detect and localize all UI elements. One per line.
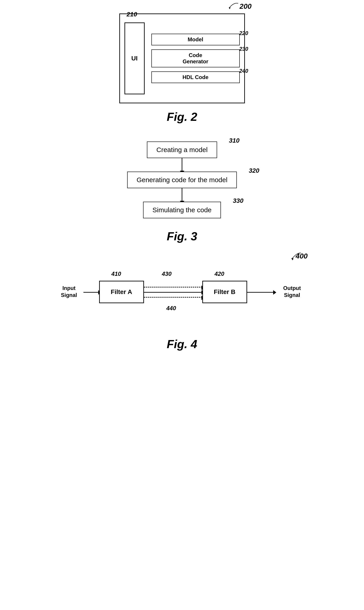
fig3-box330-wrapper: Simulating the code 330	[143, 202, 221, 218]
fig2-hdl-label: HDL Code	[182, 74, 208, 80]
fig4-arrow-output	[247, 292, 274, 293]
fig4-dashed-arrow-top	[144, 287, 202, 288]
fig3-box330-label: Simulating the code	[153, 206, 212, 214]
fig4-section: 400 InputSignal 410 Filter A 430	[0, 265, 364, 351]
fig4-ref-420: 420	[215, 270, 224, 277]
fig4-solid-arrow-mid	[144, 292, 202, 293]
fig3-box310-wrapper: Creating a model 310	[147, 141, 217, 158]
fig4-dashed-arrow-bottom	[144, 297, 202, 298]
svg-marker-1	[291, 258, 294, 260]
svg-marker-0	[229, 7, 231, 9]
fig3-caption: Fig. 3	[167, 230, 197, 243]
fig4-caption: Fig. 4	[167, 337, 197, 351]
fig4-input-signal-text: InputSignal	[61, 285, 77, 298]
page-container: 200 210 UI Model 220	[0, 0, 364, 610]
fig2-model-label: Model	[188, 36, 203, 42]
fig4-arrow-input	[83, 292, 99, 293]
fig3-box-320: Generating code for the model	[127, 172, 237, 188]
fig2-hdl-box: HDL Code 240	[151, 71, 240, 83]
fig4-filter-b-label: Filter B	[214, 288, 235, 296]
fig4-ref-410: 410	[111, 270, 121, 277]
fig4-output-label: OutputSignal	[283, 285, 301, 298]
fig3-section: Creating a model 310 Generating code for…	[0, 141, 364, 243]
fig2-caption: Fig. 2	[167, 110, 197, 124]
fig3-flowchart: Creating a model 310 Generating code for…	[127, 141, 237, 218]
fig2-ref-230: 230	[239, 46, 248, 52]
fig2-ref-240: 240	[239, 68, 248, 74]
fig4-output-signal-text: OutputSignal	[283, 285, 301, 298]
fig2-code-gen-label: Code Generator	[182, 52, 208, 64]
fig4-filter-a-label: Filter A	[111, 288, 132, 296]
fig4-ref-430: 430	[162, 270, 171, 277]
fig4-filter-a-box: Filter A	[99, 281, 144, 303]
fig2-outer-box: 210 UI Model 220 Code Generator 230	[119, 14, 245, 103]
fig4-input-label: InputSignal	[61, 285, 77, 298]
fig2-ui-label: UI	[131, 55, 138, 62]
fig2-right-col: Model 220 Code Generator 230 HDL Code 24…	[151, 34, 240, 83]
fig4-diagram: 400 InputSignal 410 Filter A 430	[59, 265, 305, 324]
fig3-box320-label: Generating code for the model	[137, 176, 227, 183]
fig4-arrow-400	[286, 251, 304, 267]
fig2-ref-220: 220	[239, 30, 248, 36]
fig2-code-gen-box: Code Generator 230	[151, 49, 240, 67]
fig2-section: 200 210 UI Model 220	[0, 14, 364, 124]
fig4-ref-440: 440	[166, 305, 176, 312]
fig2-model-box: Model 220	[151, 34, 240, 45]
fig2-arrow-200	[225, 1, 243, 14]
fig4-filter-b-box: Filter B	[202, 281, 247, 303]
fig3-ref-310: 310	[229, 137, 240, 144]
fig3-ref-330: 330	[233, 197, 244, 204]
fig2-ref-210: 210	[127, 11, 137, 18]
fig2-ui-box: UI	[124, 22, 145, 94]
fig3-box320-wrapper: Generating code for the model 320	[127, 172, 237, 188]
fig3-box-310: Creating a model	[147, 141, 217, 158]
fig3-box310-label: Creating a model	[156, 146, 208, 153]
fig3-ref-320: 320	[249, 167, 259, 174]
fig3-box-330: Simulating the code	[143, 202, 221, 218]
fig3-arrow-2	[182, 188, 182, 202]
fig3-arrow-1	[182, 158, 182, 172]
